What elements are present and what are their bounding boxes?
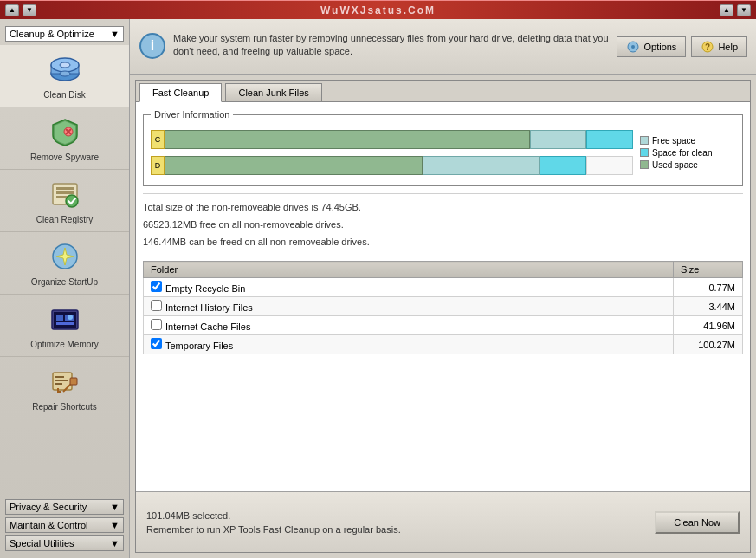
sidebar-item-clean-disk[interactable]: Clean Disk bbox=[0, 45, 129, 107]
special-utilities-label: Special Utilities bbox=[10, 538, 74, 548]
drive-d-empty bbox=[586, 156, 633, 175]
stat-total-size: Total size of the non-removeable drives … bbox=[143, 199, 743, 217]
selected-text: 101.04MB selected. bbox=[146, 510, 401, 521]
privacy-dropdown-icon: ▼ bbox=[110, 502, 120, 512]
maximize-btn[interactable]: ▼ bbox=[737, 4, 751, 16]
title-bar-left-controls[interactable]: ▲ ▼ bbox=[5, 4, 36, 16]
special-utilities-item[interactable]: Special Utilities ▼ bbox=[5, 535, 124, 551]
clean-registry-icon bbox=[48, 177, 82, 211]
sidebar-item-repair-shortcuts[interactable]: Repair Shortcuts bbox=[0, 357, 129, 419]
privacy-security-item[interactable]: Privacy & Security ▼ bbox=[5, 499, 124, 515]
bottom-info: 101.04MB selected. Remember to run XP To… bbox=[146, 510, 401, 535]
legend-free-space: Free space bbox=[640, 136, 735, 146]
tab-bar: Fast Cleanup Clean Junk Files bbox=[136, 81, 750, 102]
folder-name: Temporary Files bbox=[165, 341, 233, 351]
table-row: Temporary Files100.27M bbox=[144, 335, 743, 354]
sidebar-item-organize-startup[interactable]: Organize StartUp bbox=[0, 232, 129, 295]
folder-cell: Empty Recycle Bin bbox=[144, 278, 674, 297]
drive-chart: C D bbox=[151, 125, 735, 180]
folder-cell: Internet History Files bbox=[144, 297, 674, 316]
clean-now-button[interactable]: Clean Now bbox=[655, 511, 740, 534]
checkbox-internet-cache[interactable] bbox=[151, 319, 162, 330]
sidebar: Cleanup & Optimize ▼ Clean Disk bbox=[0, 19, 130, 558]
restore-btn[interactable]: ▼ bbox=[23, 4, 36, 16]
svg-point-4 bbox=[60, 71, 70, 76]
drive-d-bar: D bbox=[151, 156, 633, 175]
minimize-btn[interactable]: ▲ bbox=[5, 4, 19, 16]
minimize-right-btn[interactable]: ▲ bbox=[720, 4, 733, 16]
remove-spyware-label: Remove Spyware bbox=[30, 152, 99, 162]
sidebar-item-remove-spyware[interactable]: Remove Spyware bbox=[0, 107, 129, 170]
svg-point-19 bbox=[68, 315, 73, 320]
clean-disk-label: Clean Disk bbox=[43, 90, 85, 100]
optimize-memory-label: Optimize Memory bbox=[30, 340, 98, 349]
chart-legend: Free space Space for clean Used space bbox=[640, 136, 735, 170]
legend-clean-label: Space for clean bbox=[652, 148, 713, 158]
folder-name: Internet History Files bbox=[165, 302, 253, 313]
legend-free-color bbox=[640, 136, 649, 145]
table-row: Internet Cache Files41.96M bbox=[144, 316, 743, 335]
stat-free-space: 66523.12MB free on all non-removeable dr… bbox=[143, 217, 743, 234]
main-container: Cleanup & Optimize ▼ Clean Disk bbox=[0, 19, 756, 558]
content-area: i Make your system run faster by removin… bbox=[130, 19, 756, 558]
size-cell: 0.77M bbox=[674, 278, 743, 297]
folder-name: Internet Cache Files bbox=[165, 321, 250, 332]
svg-text:?: ? bbox=[705, 42, 710, 52]
clean-disk-icon bbox=[48, 52, 82, 87]
svg-point-28 bbox=[631, 45, 635, 49]
svg-rect-22 bbox=[55, 380, 68, 381]
size-cell: 41.96M bbox=[674, 316, 743, 335]
legend-clean-color bbox=[640, 148, 649, 157]
tab-clean-junk[interactable]: Clean Junk Files bbox=[225, 83, 321, 101]
sidebar-item-optimize-memory[interactable]: Optimize Memory bbox=[0, 295, 129, 357]
special-dropdown-icon: ▼ bbox=[110, 538, 120, 548]
legend-used-label: Used space bbox=[652, 160, 698, 170]
folder-name: Empty Recycle Bin bbox=[165, 283, 245, 294]
reminder-text: Remember to run XP Tools Fast Cleanup on… bbox=[146, 524, 401, 535]
legend-used-space: Used space bbox=[640, 160, 735, 170]
svg-rect-10 bbox=[56, 191, 74, 194]
title-bar: ▲ ▼ WuWXJsatus.CoM ▲ ▼ bbox=[0, 0, 756, 19]
header-actions: Options ? Help bbox=[617, 36, 747, 57]
maintain-control-item[interactable]: Maintain & Control ▼ bbox=[5, 517, 124, 533]
checkbox-temp-files[interactable] bbox=[151, 338, 162, 349]
drive-d-free bbox=[423, 156, 540, 175]
folder-cell: Temporary Files bbox=[144, 335, 674, 354]
svg-rect-16 bbox=[56, 322, 74, 325]
size-cell: 100.27M bbox=[674, 335, 743, 354]
drive-c-bar: C bbox=[151, 130, 633, 149]
svg-rect-24 bbox=[70, 378, 77, 385]
repair-shortcuts-label: Repair Shortcuts bbox=[32, 402, 96, 412]
checkbox-internet-history[interactable] bbox=[151, 300, 162, 311]
size-cell: 3.44M bbox=[674, 297, 743, 316]
legend-free-label: Free space bbox=[652, 136, 695, 146]
sidebar-bottom: Privacy & Security ▼ Maintain & Control … bbox=[0, 496, 129, 555]
svg-text:i: i bbox=[151, 38, 154, 53]
organize-startup-label: Organize StartUp bbox=[31, 277, 98, 287]
tab-fast-cleanup[interactable]: Fast Cleanup bbox=[139, 83, 222, 102]
files-table: Folder Size Empty Recycle Bin0.77MIntern… bbox=[143, 261, 743, 354]
repair-shortcuts-icon bbox=[48, 364, 82, 399]
main-panel: Fast Cleanup Clean Junk Files Driver Inf… bbox=[135, 80, 751, 553]
drive-d-label: D bbox=[151, 156, 165, 175]
table-row: Empty Recycle Bin0.77M bbox=[144, 278, 743, 297]
clean-registry-label: Clean Registry bbox=[36, 215, 94, 224]
dropdown-arrow-icon: ▼ bbox=[110, 29, 120, 39]
help-button[interactable]: ? Help bbox=[691, 36, 747, 57]
svg-rect-23 bbox=[55, 383, 62, 385]
header-description: Make your system run faster by removing … bbox=[173, 32, 617, 59]
drive-bars: C D bbox=[151, 130, 633, 175]
drive-c-fill bbox=[165, 130, 633, 149]
bottom-bar: 101.04MB selected. Remember to run XP To… bbox=[136, 491, 750, 552]
driver-info-legend: Driver Information bbox=[151, 109, 233, 120]
sidebar-category-label: Cleanup & Optimize bbox=[10, 29, 94, 39]
checkbox-empty-recycle[interactable] bbox=[151, 281, 162, 292]
sidebar-item-clean-registry[interactable]: Clean Registry bbox=[0, 170, 129, 232]
drive-c-label: C bbox=[151, 130, 165, 149]
help-icon: ? bbox=[701, 40, 714, 54]
options-button[interactable]: Options bbox=[617, 36, 686, 57]
options-icon bbox=[626, 40, 640, 54]
title-bar-right-controls[interactable]: ▲ ▼ bbox=[720, 4, 751, 16]
sidebar-category-dropdown[interactable]: Cleanup & Optimize ▼ bbox=[5, 26, 124, 42]
folder-cell: Internet Cache Files bbox=[144, 316, 674, 335]
